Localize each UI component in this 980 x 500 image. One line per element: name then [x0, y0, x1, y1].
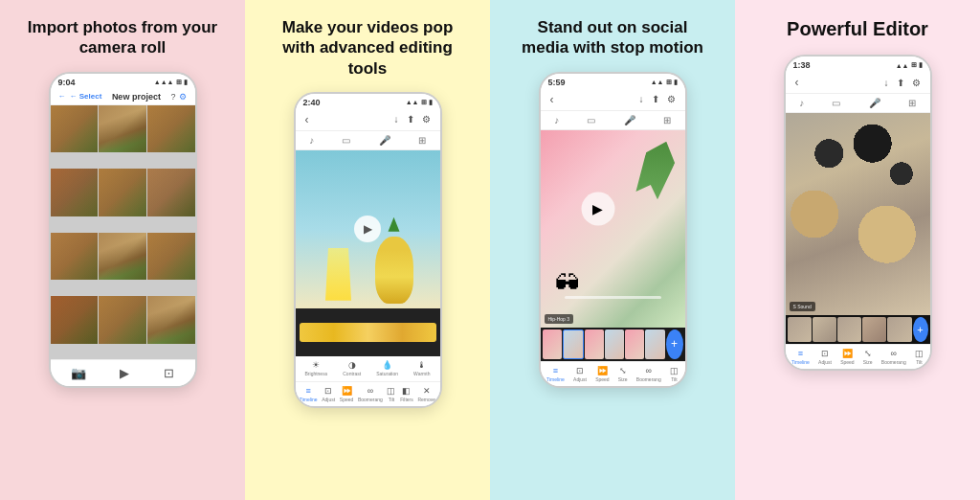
grid-cell[interactable]	[147, 233, 195, 281]
grid-cell[interactable]	[51, 169, 99, 216]
mic-subnav-icon-4[interactable]: 🎤	[869, 98, 880, 108]
boomerang-tool-4[interactable]: ∞ Boomerang	[881, 349, 906, 365]
share-icon-2[interactable]: ⬆	[407, 114, 414, 125]
boomerang-icon-4: ∞	[891, 349, 897, 358]
tilt-tool-4[interactable]: ◫ Tilt	[915, 349, 924, 365]
grid-cell[interactable]	[51, 105, 99, 153]
adjust-tool[interactable]: ⊡ Adjust	[322, 386, 335, 402]
boomerang-tool-3[interactable]: ∞ Boomerang	[636, 366, 661, 382]
grid-cell[interactable]	[99, 169, 146, 216]
timeline-tool[interactable]: ≡ Timeline	[300, 386, 318, 402]
download-icon-2[interactable]: ↓	[394, 114, 399, 125]
grid-cell[interactable]	[147, 296, 195, 344]
status-icons-4: ▲▲ ⊞ ▮	[896, 61, 923, 69]
grid-subnav-icon[interactable]: ⊞	[418, 135, 426, 146]
status-icons-3: ▲▲ ⊞ ▮	[651, 79, 678, 86]
grid-cell[interactable]	[99, 233, 146, 281]
editor-thumb[interactable]	[837, 317, 861, 342]
back-button-4[interactable]: ‹	[795, 76, 799, 89]
download-icon-4[interactable]: ↓	[884, 78, 889, 88]
adjust-tool-3[interactable]: ⊡ Adjust	[573, 366, 587, 382]
grid-cell[interactable]	[99, 296, 146, 344]
progress-bar-3	[565, 296, 661, 299]
frame-thumb[interactable]	[585, 330, 604, 359]
frame-thumb[interactable]	[625, 330, 644, 359]
settings-icon-2[interactable]: ⚙	[422, 114, 431, 125]
mic-subnav-icon[interactable]: 🎤	[379, 135, 390, 146]
adjust-tool-4[interactable]: ⊡ Adjust	[818, 349, 832, 365]
help-icon[interactable]: ?	[170, 92, 175, 102]
frame-thumb[interactable]	[645, 330, 664, 359]
settings-icon-3[interactable]: ⚙	[667, 94, 676, 104]
speed-tool[interactable]: ⏩ Speed	[340, 386, 353, 402]
grid-cell[interactable]	[51, 233, 99, 281]
music-subnav-icon[interactable]: ♪	[309, 135, 314, 146]
speed-tool-3[interactable]: ⏩ Speed	[595, 366, 609, 382]
camera-grid	[51, 105, 195, 359]
download-icon-3[interactable]: ↓	[639, 94, 644, 104]
add-frame-button[interactable]: +	[666, 330, 683, 359]
share-tab-icon[interactable]: ⊡	[164, 366, 174, 380]
folder-subnav-icon-4[interactable]: ▭	[832, 98, 840, 108]
editor-thumb[interactable]	[887, 317, 911, 342]
share-icon-3[interactable]: ⬆	[652, 94, 659, 104]
play-tab-icon[interactable]: ▶	[120, 366, 129, 380]
grid-cell[interactable]	[147, 105, 195, 153]
editor-thumb[interactable]	[862, 317, 886, 342]
folder-subnav-icon[interactable]: ▭	[342, 135, 350, 146]
speed-tool-4[interactable]: ⏩ Speed	[840, 349, 854, 365]
contrast-adj[interactable]: ◑ Contrast	[343, 360, 361, 376]
sub-nav-3: ♪ ▭ 🎤 ⊞	[541, 111, 685, 130]
wifi-icon: ⊞	[176, 79, 182, 86]
warmth-adj[interactable]: 🌡 Warmth	[413, 360, 430, 376]
time-3: 5:59	[548, 78, 566, 87]
remove-tool-label: Remove	[417, 397, 435, 402]
timeline-tool-3[interactable]: ≡ Timeline	[546, 366, 565, 382]
timeline-icon-3: ≡	[553, 366, 558, 375]
grid-subnav-icon-4[interactable]: ⊞	[908, 98, 916, 108]
boomerang-tool[interactable]: ∞ Boomerang	[358, 386, 383, 402]
saturation-icon: 💧	[382, 360, 392, 370]
signal-icon-4: ▲▲	[896, 62, 909, 69]
size-icon-4: ⤡	[864, 349, 872, 358]
camera-tab-icon[interactable]: 📷	[71, 366, 86, 380]
back-button-3[interactable]: ‹	[550, 93, 554, 106]
filters-tool[interactable]: ◧ Filters	[400, 386, 413, 402]
adjust-tool-icon: ⊡	[324, 386, 332, 396]
music-subnav-icon-3[interactable]: ♪	[554, 115, 559, 125]
panel-import: Import photos from your camera roll 9:04…	[0, 0, 245, 500]
nav-select[interactable]: ← ← Select	[58, 92, 102, 101]
folder-subnav-icon-3[interactable]: ▭	[587, 115, 595, 125]
signal-icon-2: ▲▲	[406, 99, 419, 105]
add-clip-button[interactable]: +	[913, 317, 928, 342]
remove-tool[interactable]: ✕ Remove	[417, 386, 435, 402]
settings-icon-4[interactable]: ⚙	[912, 78, 921, 88]
frame-thumb[interactable]	[605, 330, 624, 359]
grid-cell[interactable]	[51, 296, 99, 344]
play-button-3[interactable]: ▶	[581, 192, 614, 225]
frame-thumb-active[interactable]	[563, 330, 584, 359]
size-tool-3[interactable]: ⤡ Size	[618, 366, 628, 382]
back-arrow-icon: ←	[58, 92, 66, 101]
size-tool-4[interactable]: ⤡ Size	[863, 349, 873, 365]
grid-subnav-icon-3[interactable]: ⊞	[663, 115, 671, 125]
timeline-tool-4[interactable]: ≡ Timeline	[791, 349, 810, 365]
mic-subnav-icon-3[interactable]: 🎤	[624, 115, 635, 125]
grid-cell[interactable]	[147, 169, 195, 216]
saturation-adj[interactable]: 💧 Saturation	[376, 360, 398, 376]
share-icon-4[interactable]: ⬆	[897, 78, 904, 88]
editor-thumb[interactable]	[788, 317, 812, 342]
settings-icon[interactable]: ⚙	[179, 92, 187, 102]
tilt-tool-3[interactable]: ◫ Tilt	[670, 366, 679, 382]
grid-cell[interactable]	[99, 105, 146, 153]
brightness-adj[interactable]: ☀ Brightness	[305, 360, 328, 376]
panel-stop-motion: Stand out on social media with stop moti…	[490, 0, 735, 500]
back-button-2[interactable]: ‹	[305, 113, 309, 126]
tilt-tool[interactable]: ◫ Tilt	[387, 386, 395, 402]
frame-thumb[interactable]	[543, 330, 562, 359]
editor-thumb[interactable]	[813, 317, 836, 342]
music-subnav-icon-4[interactable]: ♪	[799, 98, 804, 108]
filters-tool-icon: ◧	[402, 386, 411, 396]
speed-icon-3: ⏩	[597, 366, 608, 375]
play-button-overlay[interactable]: ▶	[354, 216, 381, 242]
